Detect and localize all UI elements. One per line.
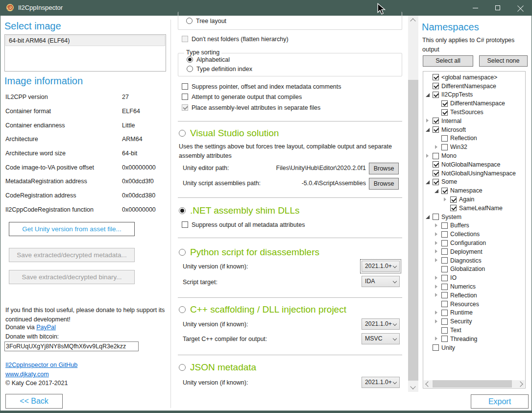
script-target-select[interactable]: IDA bbox=[362, 276, 400, 287]
python-radio[interactable] bbox=[179, 249, 186, 256]
expander-closed-icon[interactable] bbox=[434, 248, 440, 255]
minimize-button[interactable] bbox=[464, 0, 486, 16]
expander-open-icon[interactable] bbox=[425, 126, 431, 133]
scroll-left-icon[interactable] bbox=[425, 381, 431, 387]
cpp-unity-version-select[interactable]: 2021.1.0+ bbox=[362, 318, 400, 330]
namespace-checkbox[interactable] bbox=[433, 83, 439, 89]
namespace-checkbox[interactable] bbox=[441, 310, 448, 316]
namespace-checkbox[interactable] bbox=[441, 231, 448, 238]
maximize-button[interactable] bbox=[486, 0, 509, 16]
website-link[interactable]: www.djkaty.com bbox=[5, 371, 49, 378]
cpp-radio[interactable] bbox=[179, 306, 186, 313]
namespace-checkbox[interactable] bbox=[441, 222, 448, 229]
expander-closed-icon[interactable] bbox=[442, 196, 449, 203]
namespace-checkbox[interactable] bbox=[441, 336, 448, 342]
namespace-checkbox[interactable] bbox=[433, 344, 439, 351]
namespace-checkbox[interactable] bbox=[441, 144, 448, 150]
expander-closed-icon[interactable] bbox=[434, 318, 440, 325]
namespace-checkbox[interactable] bbox=[441, 188, 448, 194]
get-unity-version-button[interactable]: Get Unity version from asset file... bbox=[9, 222, 135, 236]
script-assemblies-path-value[interactable]: -5.0.4\ScriptAssemblies bbox=[276, 180, 366, 187]
namespace-checkbox[interactable] bbox=[441, 240, 448, 246]
attempt-compile-option[interactable]: Attempt to generate output that compiles bbox=[182, 94, 302, 100]
python-section-header[interactable]: Python script for disassemblers bbox=[179, 247, 319, 258]
expander-closed-icon[interactable] bbox=[434, 336, 440, 342]
bitcoin-address-input[interactable] bbox=[4, 341, 139, 351]
expander-closed-icon[interactable] bbox=[434, 240, 440, 246]
scroll-right-icon[interactable] bbox=[517, 381, 523, 387]
namespace-checkbox[interactable] bbox=[441, 292, 448, 298]
namespace-checkbox[interactable] bbox=[441, 100, 448, 107]
select-none-button[interactable]: Select none bbox=[479, 55, 528, 67]
browse-assemblies-button[interactable]: Browse bbox=[369, 178, 399, 190]
paypal-link[interactable]: PayPal bbox=[36, 324, 56, 331]
close-button[interactable] bbox=[509, 0, 532, 16]
expander-closed-icon[interactable] bbox=[425, 153, 431, 159]
unity-editor-path-value[interactable]: Files\Unity\Hub\Editor\2020.2.0f1 bbox=[256, 165, 366, 171]
type-def-index-radio[interactable] bbox=[187, 66, 193, 72]
alphabetical-option[interactable]: Alphabetical bbox=[187, 56, 230, 63]
expander-closed-icon[interactable] bbox=[434, 222, 440, 229]
namespace-checkbox[interactable] bbox=[433, 92, 439, 98]
namespace-checkbox[interactable] bbox=[441, 275, 448, 281]
visual-studio-section-header[interactable]: Visual Studio solution bbox=[179, 128, 279, 139]
expander-closed-icon[interactable] bbox=[434, 144, 440, 150]
json-radio[interactable] bbox=[179, 364, 186, 371]
back-button[interactable]: << Back bbox=[5, 394, 63, 409]
visual-studio-radio[interactable] bbox=[179, 130, 186, 137]
json-section-header[interactable]: JSON metadata bbox=[179, 362, 256, 373]
browse-editor-button[interactable]: Browse bbox=[369, 163, 399, 174]
github-link[interactable]: Il2CppInspector on GitHub bbox=[5, 362, 77, 368]
namespace-checkbox[interactable] bbox=[433, 153, 439, 159]
cpp-section-header[interactable]: C++ scaffolding / DLL injection project bbox=[179, 304, 346, 315]
tree-layout-radio[interactable] bbox=[186, 18, 193, 24]
namespace-checkbox[interactable] bbox=[441, 109, 448, 116]
expander-closed-icon[interactable] bbox=[425, 118, 431, 124]
tree-horizontal-scrollbar[interactable] bbox=[424, 380, 525, 388]
namespace-checkbox[interactable] bbox=[433, 126, 439, 133]
namespace-checkbox[interactable] bbox=[433, 179, 439, 185]
python-unity-version-select[interactable]: 2021.1.0+ bbox=[362, 261, 400, 272]
attempt-compile-checkbox[interactable] bbox=[182, 94, 188, 100]
cpp-compiler-select[interactable]: MSVC bbox=[362, 333, 400, 344]
image-listbox[interactable]: 64-bit ARM64 (ELF64) bbox=[4, 34, 166, 72]
namespace-checkbox[interactable] bbox=[441, 266, 448, 272]
namespace-checkbox[interactable] bbox=[441, 248, 448, 255]
namespace-checkbox[interactable] bbox=[441, 257, 448, 264]
type-def-index-option[interactable]: Type definition index bbox=[187, 66, 252, 73]
suppress-metadata-checkbox[interactable] bbox=[182, 221, 188, 228]
expander-closed-icon[interactable] bbox=[434, 275, 440, 281]
scroll-down-icon[interactable] bbox=[410, 384, 415, 389]
scroll-up-icon[interactable] bbox=[410, 18, 415, 24]
expander-closed-icon[interactable] bbox=[434, 284, 440, 290]
tree-layout-option[interactable]: Tree layout bbox=[186, 18, 226, 24]
expander-closed-icon[interactable] bbox=[434, 292, 440, 298]
namespace-checkbox[interactable] bbox=[441, 327, 448, 334]
export-button[interactable]: Export bbox=[471, 394, 529, 409]
scrollbar-thumb[interactable] bbox=[433, 380, 512, 388]
namespace-checkbox[interactable] bbox=[450, 196, 457, 203]
namespace-checkbox[interactable] bbox=[433, 74, 439, 80]
json-unity-version-select[interactable]: 2021.1.0+ bbox=[362, 377, 400, 388]
expander-closed-icon[interactable] bbox=[434, 257, 440, 264]
expander-closed-icon[interactable] bbox=[434, 310, 440, 316]
image-list-item[interactable]: 64-bit ARM64 (ELF64) bbox=[5, 35, 165, 46]
suppress-metadata-option[interactable]: Suppress output of all metadata attribut… bbox=[182, 221, 305, 228]
shim-dlls-radio[interactable] bbox=[179, 207, 186, 214]
namespace-checkbox[interactable] bbox=[441, 284, 448, 290]
namespace-checkbox[interactable] bbox=[433, 214, 439, 220]
shim-dlls-section-header[interactable]: .NET assembly shim DLLs bbox=[179, 205, 300, 216]
suppress-comments-checkbox[interactable] bbox=[182, 83, 188, 90]
suppress-comments-option[interactable]: Suppress pointer, offset and index metad… bbox=[182, 83, 341, 90]
expander-closed-icon[interactable] bbox=[434, 231, 440, 238]
scrollbar-thumb[interactable] bbox=[408, 80, 418, 381]
expander-open-icon[interactable] bbox=[425, 179, 431, 185]
namespace-checkbox[interactable] bbox=[450, 205, 457, 211]
namespace-checkbox[interactable] bbox=[441, 318, 448, 325]
namespace-checkbox[interactable] bbox=[433, 161, 439, 168]
namespace-checkbox[interactable] bbox=[433, 170, 439, 176]
expander-open-icon[interactable] bbox=[425, 214, 431, 220]
select-all-button[interactable]: Select all bbox=[423, 55, 473, 67]
namespace-checkbox[interactable] bbox=[441, 301, 448, 307]
expander-open-icon[interactable] bbox=[434, 188, 440, 194]
